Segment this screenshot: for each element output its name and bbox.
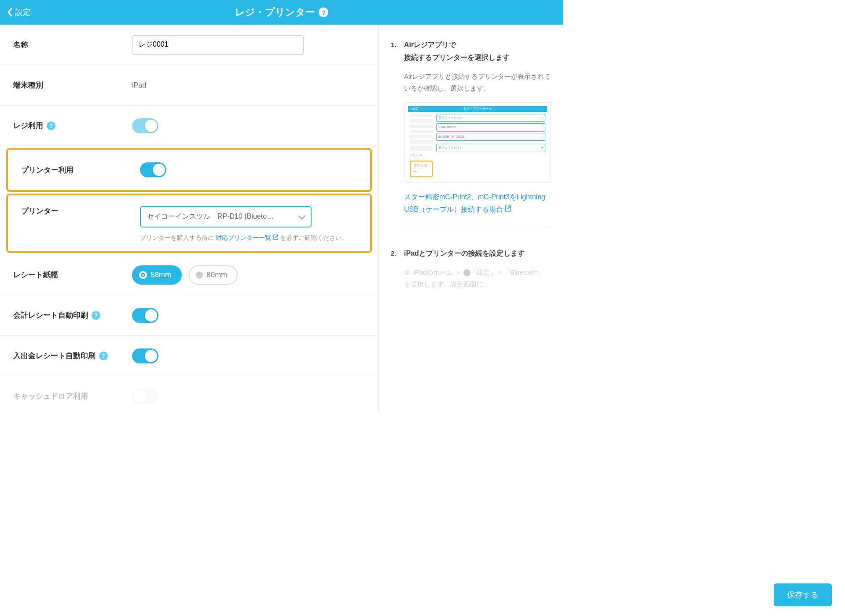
step1-title: Airレジアプリで 接続するプリンターを選択します <box>404 39 551 64</box>
device-type-value: iPad <box>132 81 365 89</box>
back-label: 設定 <box>15 7 31 18</box>
paper-width-58mm[interactable]: 58mm <box>132 265 182 285</box>
row-device-type: 端末種別 iPad <box>0 65 378 106</box>
compatible-printers-link[interactable]: 対応プリンター一覧 <box>216 234 278 241</box>
radio-dot-icon <box>139 271 147 279</box>
step2-substep: ① iPadのホーム ＞ 「設定」＞「Bluetooth」を選択します。設定画面… <box>404 266 551 290</box>
row-printer: プリンター セイコーインスツル RP-D10 (Blueto… プリンターを購入… <box>8 195 370 251</box>
app-header: 設定 レジ・プリンター ? <box>0 0 563 25</box>
help-icon[interactable]: ? <box>319 7 328 17</box>
row-auto-cash-receipt: 入出金レシート自動印刷 ? <box>0 336 378 376</box>
row-paper-width: レシート紙幅 58mm 80mm <box>0 255 378 295</box>
row-register-use: レジ利用 ? <box>0 106 378 146</box>
external-link-icon <box>505 205 511 212</box>
paper-width-80mm[interactable]: 80mm <box>189 265 238 285</box>
paper-width-radio-group: 58mm 80mm <box>132 265 365 285</box>
help-sidebar: 1. Airレジアプリで 接続するプリンターを選択します Airレジアプリと接続… <box>378 25 563 411</box>
external-link-icon <box>273 235 278 240</box>
row-auto-receipt: 会計レシート自動印刷 ? <box>0 295 378 336</box>
highlight-printer-select: プリンター セイコーインスツル RP-D10 (Blueto… プリンターを購入… <box>6 194 372 253</box>
help-icon[interactable]: ? <box>99 352 108 360</box>
label-name: 名称 <box>13 40 132 50</box>
gear-icon <box>463 269 470 276</box>
register-use-toggle[interactable] <box>132 118 158 133</box>
label-register-use: レジ利用 ? <box>13 121 132 131</box>
step1-text: Airレジアプリと接続するプリンターが表示されているか確認し、選択します。 <box>404 70 551 94</box>
help-step-1: 1. Airレジアプリで 接続するプリンターを選択します Airレジアプリと接続… <box>391 39 551 237</box>
page-title: レジ・プリンター ? <box>235 6 328 19</box>
name-input[interactable] <box>132 35 304 55</box>
row-drawer-use: キャッシュドロア利用 <box>0 376 378 411</box>
chevron-left-icon <box>7 8 12 17</box>
label-printer-use: プリンター利用 <box>21 165 140 175</box>
star-usb-link[interactable]: スター精密mC-Print2、mC-Print3をLightning USB（ケ… <box>404 191 551 215</box>
label-device-type: 端末種別 <box>13 80 132 90</box>
label-auto-receipt: 会計レシート自動印刷 ? <box>13 310 132 320</box>
drawer-use-toggle <box>132 389 158 404</box>
highlight-printer-use: プリンター利用 <box>6 148 372 192</box>
label-drawer-use: キャッシュドロア利用 <box>13 391 132 401</box>
help-icon[interactable]: ? <box>47 121 55 130</box>
help-icon[interactable]: ? <box>92 311 100 320</box>
back-button[interactable]: 設定 <box>0 7 38 18</box>
printer-select[interactable]: セイコーインスツル RP-D10 (Blueto… <box>140 206 312 227</box>
label-printer: プリンター <box>21 206 140 216</box>
label-paper-width: レシート紙幅 <box>13 270 132 280</box>
auto-cash-receipt-toggle[interactable] <box>132 348 158 363</box>
radio-dot-icon <box>196 271 203 279</box>
printer-hint: プリンターを購入する前に 対応プリンター一覧 を必ずご確認ください。 <box>140 233 357 242</box>
printer-use-toggle[interactable] <box>140 162 166 177</box>
mini-screenshot: < 設定レジ・プリンター ● プリンター プリンター 選択してください✓ STA… <box>404 102 551 183</box>
help-step-2: 2. iPadとプリンターの接続を設定します ① iPadのホーム ＞ 「設定」… <box>391 247 551 290</box>
label-auto-cash-receipt: 入出金レシート自動印刷 ? <box>13 351 132 361</box>
step2-title: iPadとプリンターの接続を設定します <box>404 247 551 260</box>
auto-receipt-toggle[interactable] <box>132 308 158 323</box>
row-printer-use: プリンター利用 <box>8 150 370 190</box>
row-name: 名称 <box>0 25 378 65</box>
settings-form: 名称 端末種別 iPad レジ利用 ? プリンター利用 <box>0 25 378 411</box>
